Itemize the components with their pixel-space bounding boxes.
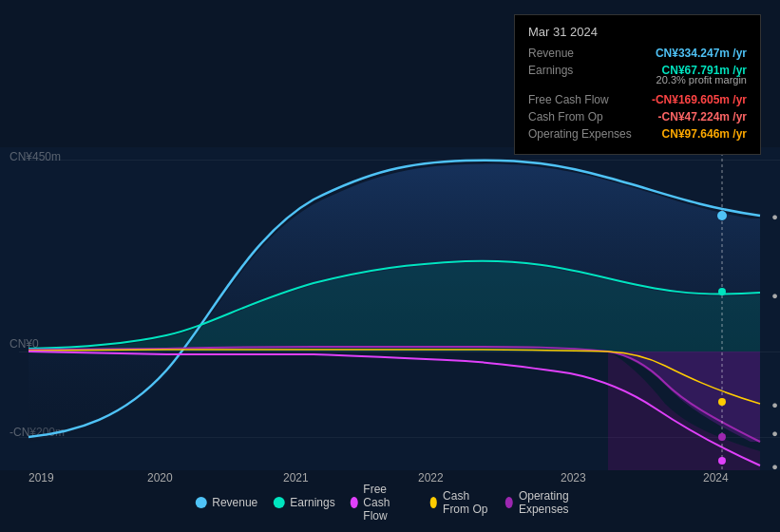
chart-legend: Revenue Earnings Free Cash Flow Cash Fro… (195, 483, 585, 522)
legend-item-fcf[interactable]: Free Cash Flow (351, 483, 415, 522)
tooltip-revenue-value: CN¥334.247m /yr (656, 47, 747, 60)
legend-label-opex: Operating Expenses (519, 489, 585, 516)
earnings-dot (718, 288, 726, 295)
tooltip-fcf-row: Free Cash Flow -CN¥169.605m /yr (528, 93, 747, 106)
tooltip-opex-value: CN¥97.646m /yr (662, 127, 747, 141)
tooltip-opex-row: Operating Expenses CN¥97.646m /yr (528, 127, 747, 141)
earnings-right-indicator: ● (771, 290, 778, 301)
legend-dot-revenue (195, 497, 206, 508)
chart-container: CN¥450m CN¥0 -CN¥200m (0, 0, 780, 532)
legend-item-opex[interactable]: Operating Expenses (505, 489, 585, 516)
legend-dot-earnings (273, 497, 284, 508)
tooltip-revenue-label: Revenue (528, 47, 574, 60)
fcf-dot (718, 457, 726, 465)
chart-svg (0, 147, 780, 470)
x-label-2020: 2020 (147, 471, 173, 484)
legend-item-cashop[interactable]: Cash From Op (429, 489, 490, 516)
legend-item-revenue[interactable]: Revenue (195, 496, 257, 509)
revenue-right-indicator: ● (771, 211, 778, 222)
tooltip-earnings-sub: 20.3% profit margin (656, 74, 747, 86)
tooltip-revenue-row: Revenue CN¥334.247m /yr (528, 47, 747, 60)
revenue-dot (717, 211, 727, 220)
tooltip-earnings-values: CN¥67.791m /yr 20.3% profit margin (656, 64, 747, 89)
fcf-right-indicator: ● (771, 461, 778, 472)
tooltip-date: Mar 31 2024 (528, 25, 747, 39)
tooltip-fcf-label: Free Cash Flow (528, 93, 609, 106)
tooltip-opex-label: Operating Expenses (528, 127, 632, 141)
tooltip-cashop-label: Cash From Op (528, 110, 603, 124)
legend-dot-opex (505, 497, 513, 508)
tooltip-cashop-row: Cash From Op -CN¥47.224m /yr (528, 110, 747, 124)
legend-label-earnings: Earnings (290, 496, 334, 509)
tooltip-box: Mar 31 2024 Revenue CN¥334.247m /yr Earn… (514, 14, 761, 155)
legend-dot-fcf (351, 497, 358, 508)
tooltip-earnings-label: Earnings (528, 64, 573, 77)
legend-dot-cashop (429, 497, 437, 508)
legend-item-earnings[interactable]: Earnings (273, 496, 334, 509)
tooltip-cashop-value: -CN¥47.224m /yr (658, 110, 747, 124)
x-label-2019: 2019 (29, 471, 54, 484)
tooltip-earnings-row: Earnings CN¥67.791m /yr 20.3% profit mar… (528, 64, 747, 89)
tooltip-fcf-value: -CN¥169.605m /yr (652, 93, 747, 106)
cash-from-op-dot (718, 398, 726, 406)
legend-label-revenue: Revenue (212, 496, 257, 509)
opex-right-indicator: ● (771, 428, 778, 439)
cashop-right-indicator: ● (771, 399, 778, 410)
opex-dot (718, 433, 726, 441)
x-label-2024: 2024 (703, 471, 729, 484)
legend-label-fcf: Free Cash Flow (363, 483, 414, 522)
legend-label-cashop: Cash From Op (443, 489, 490, 516)
